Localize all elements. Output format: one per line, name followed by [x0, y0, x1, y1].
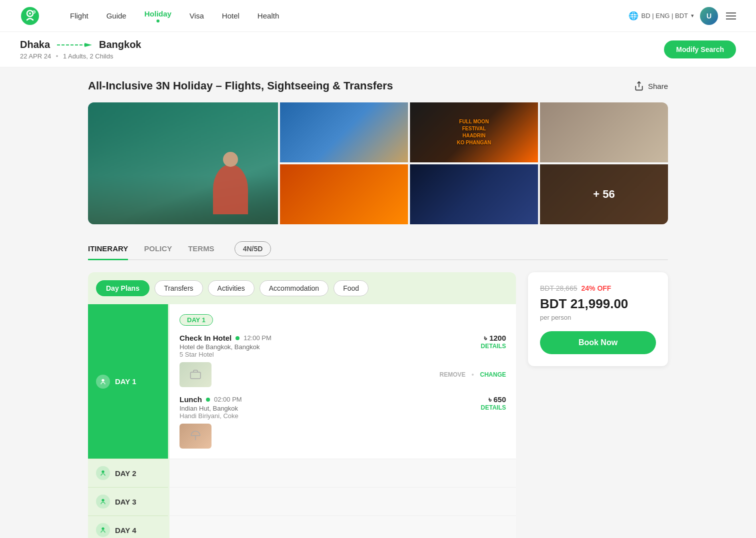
- checkin-location: Hotel de Bangkok, Bangkok: [180, 343, 272, 351]
- day-row-3: DAY 3: [88, 487, 516, 516]
- lunch-dot: [206, 398, 210, 402]
- search-meta: 22 APR 24 • 1 Adults, 2 Childs: [20, 52, 142, 60]
- remove-link[interactable]: REMOVE: [440, 371, 466, 378]
- header: Flight Guide Holiday Visa Hotel Health 🌐…: [0, 0, 756, 32]
- nav-visa[interactable]: Visa: [190, 11, 204, 20]
- day-2-item[interactable]: DAY 2: [88, 459, 168, 487]
- festival-text-overlay: FULL MOONFESTIVALHAADRINKO PHANGAN: [457, 118, 491, 146]
- filter-bar: Day Plans Transfers Activities Accommoda…: [88, 272, 516, 304]
- globe-icon: 🌐: [628, 11, 638, 20]
- day-1-item[interactable]: DAY 1: [88, 304, 168, 459]
- svg-marker-6: [84, 43, 92, 47]
- day-row-4: DAY 4: [88, 516, 516, 538]
- lunch-time: 02:00 PM: [214, 396, 242, 403]
- svg-point-12: [102, 528, 104, 530]
- nav-guide[interactable]: Guide: [106, 11, 126, 20]
- nav-holiday-text: Holiday: [144, 9, 172, 18]
- day-row-1: DAY 1 DAY 1 Check In Hotel: [88, 304, 516, 459]
- lunch-title: Lunch: [180, 395, 202, 404]
- filter-transfers[interactable]: Transfers: [154, 280, 203, 296]
- share-icon: [634, 81, 644, 91]
- day-2-content: [168, 459, 516, 487]
- lunch-details[interactable]: DETAILS: [481, 404, 506, 411]
- main-content: All-Inclusive 3N Holiday – Flights, Sigh…: [68, 67, 688, 538]
- svg-point-8: [102, 379, 104, 381]
- gallery-cell-people[interactable]: [280, 164, 408, 224]
- lang-selector[interactable]: 🌐 BD | ENG | BDT ▾: [628, 11, 694, 20]
- checkin-actions: REMOVE • CHANGE: [440, 371, 506, 379]
- svg-rect-9: [190, 372, 200, 379]
- logo[interactable]: [20, 6, 40, 26]
- lunch-location: Indian Hut, Bangkok: [180, 405, 242, 412]
- lang-dropdown-icon: ▾: [691, 12, 694, 19]
- day-2-label: DAY 2: [115, 469, 136, 478]
- day-4-item[interactable]: DAY 4: [88, 516, 168, 538]
- book-now-button[interactable]: Book Now: [540, 331, 656, 354]
- filter-food[interactable]: Food: [334, 280, 368, 296]
- lunch-sub: Handi Biriyani, Coke: [180, 412, 242, 420]
- header-right: 🌐 BD | ENG | BDT ▾ U: [628, 7, 736, 25]
- activity-checkin: Check In Hotel 12:00 PM Hotel de Bangkok…: [180, 334, 506, 387]
- day-1-tag: DAY 1: [180, 314, 213, 326]
- lang-text: BD | ENG | BDT: [642, 12, 688, 19]
- nav-hotel[interactable]: Hotel: [222, 11, 240, 20]
- day-3-item[interactable]: DAY 3: [88, 487, 168, 516]
- svg-point-10: [102, 471, 104, 473]
- day-3-icon: [96, 495, 110, 509]
- checkin-price: ৳ 1200: [481, 334, 506, 343]
- pricing-panel: BDT 28,665 24% OFF BDT 21,999.00 per per…: [528, 272, 668, 366]
- tab-itinerary[interactable]: ITINERARY: [88, 238, 128, 260]
- modify-search-button[interactable]: Modify Search: [664, 40, 736, 58]
- menu-toggle[interactable]: [726, 12, 736, 19]
- route-to: Bangkok: [99, 39, 141, 50]
- avatar[interactable]: U: [700, 7, 718, 25]
- day-1-content: DAY 1 Check In Hotel 12:00 PM: [168, 304, 516, 459]
- gallery-cell-room[interactable]: [540, 102, 668, 162]
- nav-health[interactable]: Health: [258, 11, 279, 20]
- gallery-main[interactable]: [88, 102, 278, 224]
- svg-point-4: [34, 11, 35, 12]
- route-from: Dhaka: [20, 39, 50, 50]
- content-area: Day Plans Transfers Activities Accommoda…: [88, 272, 668, 538]
- day-row-2: DAY 2: [88, 459, 516, 487]
- share-label: Share: [648, 82, 668, 90]
- checkin-details[interactable]: DETAILS: [481, 343, 506, 350]
- per-person: per person: [540, 314, 656, 321]
- discount-badge: 24% OFF: [581, 284, 611, 292]
- day-3-content: [168, 487, 516, 516]
- day-1-label: DAY 1: [115, 377, 136, 386]
- checkin-img: [180, 362, 212, 387]
- checkin-dot: [236, 336, 240, 340]
- lunch-price: ৳ 650: [481, 395, 506, 404]
- share-button[interactable]: Share: [634, 81, 668, 91]
- day-list: DAY 1 DAY 1 Check In Hotel: [88, 304, 516, 538]
- day-4-label: DAY 4: [115, 526, 136, 535]
- day-3-label: DAY 3: [115, 498, 136, 506]
- tab-terms[interactable]: TERMS: [188, 238, 214, 260]
- checkin-title: Check In Hotel: [180, 334, 232, 342]
- more-count-overlay: + 56: [540, 164, 668, 224]
- nav-holiday[interactable]: Holiday: [144, 9, 172, 22]
- gallery-cell-more[interactable]: + 56: [540, 164, 668, 224]
- change-link[interactable]: CHANGE: [480, 371, 506, 378]
- day-4-content: [168, 516, 516, 538]
- tabs-bar: ITINERARY POLICY TERMS 4N/5D: [88, 238, 668, 260]
- checkin-time: 12:00 PM: [244, 334, 272, 342]
- lunch-img: [180, 424, 212, 449]
- gallery-cell-festival[interactable]: FULL MOONFESTIVALHAADRINKO PHANGAN: [410, 102, 538, 162]
- svg-point-2: [29, 12, 31, 14]
- left-panel: Day Plans Transfers Activities Accommoda…: [88, 272, 516, 538]
- checkin-sub: 5 Star Hotel: [180, 351, 272, 358]
- filter-activities[interactable]: Activities: [208, 280, 254, 296]
- gallery-cell-hotel-night[interactable]: [410, 164, 538, 224]
- filter-day-plans[interactable]: Day Plans: [96, 280, 150, 296]
- search-passengers: 1 Adults, 2 Childs: [63, 52, 113, 60]
- route-arrow-icon: [57, 41, 92, 49]
- main-nav: Flight Guide Holiday Visa Hotel Health: [70, 9, 628, 22]
- tab-policy[interactable]: POLICY: [144, 238, 172, 260]
- gallery-cell-boat[interactable]: [280, 102, 408, 162]
- duration-badge: 4N/5D: [234, 241, 272, 256]
- filter-accommodation[interactable]: Accommodation: [260, 280, 328, 296]
- route-info: Dhaka Bangkok 22 APR 24 • 1 Adults, 2 Ch…: [20, 39, 142, 60]
- nav-flight[interactable]: Flight: [70, 11, 88, 20]
